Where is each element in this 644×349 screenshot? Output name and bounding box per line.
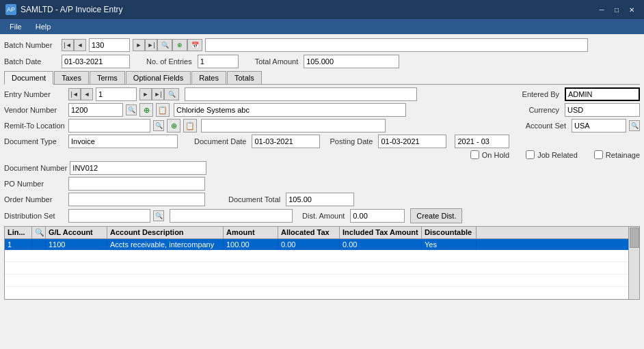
menu-help[interactable]: Help bbox=[29, 21, 58, 32]
batch-add-btn[interactable]: ⊕ bbox=[172, 39, 187, 51]
entry-prev-btn[interactable]: ◄ bbox=[81, 88, 93, 100]
app-title: SAMLTD - A/P Invoice Entry bbox=[21, 5, 123, 14]
col-description: Account Description bbox=[107, 227, 224, 238]
retainage-checkbox[interactable] bbox=[594, 150, 603, 159]
entry-number-label: Entry Number bbox=[4, 90, 66, 98]
vendor-name-input[interactable] bbox=[174, 103, 406, 117]
batch-date-input[interactable] bbox=[62, 55, 130, 68]
document-date-label: Document Date bbox=[194, 137, 246, 145]
vendor-number-input[interactable] bbox=[68, 103, 123, 117]
document-date-input[interactable] bbox=[252, 135, 320, 148]
account-set-search-icon[interactable]: 🔍 bbox=[629, 120, 640, 131]
on-hold-checkbox[interactable] bbox=[470, 150, 479, 159]
po-number-input[interactable] bbox=[68, 177, 205, 191]
batch-first-btn[interactable]: |◄ bbox=[62, 39, 74, 51]
document-type-input[interactable] bbox=[68, 135, 178, 148]
posting-date-input[interactable] bbox=[378, 135, 446, 148]
account-set-label: Account Set bbox=[525, 122, 566, 130]
remit-search-icon[interactable]: 🔍 bbox=[153, 120, 164, 131]
batch-date-row: Batch Date No. of Entries Total Amount bbox=[4, 55, 640, 68]
entry-search-btn[interactable]: 🔍 bbox=[164, 88, 179, 100]
tab-taxes[interactable]: Taxes bbox=[54, 71, 89, 84]
document-number-label: Document Number bbox=[4, 164, 67, 172]
entry-number-input[interactable] bbox=[96, 87, 137, 101]
dist-search-icon[interactable]: 🔍 bbox=[153, 210, 164, 221]
grid-header: Lin... 🔍 G/L Account Account Description… bbox=[5, 227, 628, 239]
table-row bbox=[5, 287, 628, 299]
tab-document[interactable]: Document bbox=[4, 71, 53, 85]
cell-icon bbox=[32, 239, 46, 250]
tab-terms[interactable]: Terms bbox=[90, 71, 125, 84]
tab-totals[interactable]: Totals bbox=[227, 71, 262, 84]
document-total-input[interactable] bbox=[286, 193, 354, 206]
vendor-edit-icon[interactable]: 📋 bbox=[156, 103, 170, 117]
table-row[interactable]: 1 1100 Accts receivable, intercompany 10… bbox=[5, 239, 628, 250]
vendor-search-icon[interactable]: 🔍 bbox=[126, 104, 137, 115]
dist-desc-input[interactable] bbox=[170, 209, 293, 223]
cell-description: Accts receivable, intercompany bbox=[107, 239, 224, 250]
cell-allocated-tax: 0.00 bbox=[278, 239, 340, 250]
po-number-label: PO Number bbox=[4, 180, 66, 188]
menu-bar: File Help bbox=[0, 19, 644, 34]
batch-number-label: Batch Number bbox=[4, 41, 59, 49]
entry-last-btn[interactable]: ►| bbox=[152, 88, 164, 100]
cell-amount: 100.00 bbox=[224, 239, 278, 250]
search-icon[interactable]: 🔍 bbox=[35, 228, 44, 236]
distribution-set-input[interactable] bbox=[68, 209, 150, 223]
no-of-entries-input[interactable] bbox=[198, 55, 239, 68]
cell-line: 1 bbox=[5, 239, 32, 250]
period-input[interactable] bbox=[455, 135, 509, 148]
currency-label: Currency bbox=[518, 106, 559, 114]
entered-by-label: Entered By bbox=[511, 90, 559, 98]
dist-amount-input[interactable] bbox=[350, 209, 405, 223]
order-number-label: Order Number bbox=[4, 195, 66, 204]
title-bar: AP SAMLTD - A/P Invoice Entry ─ □ ✕ bbox=[0, 0, 644, 19]
batch-desc-input[interactable] bbox=[205, 38, 588, 52]
scroll-thumb[interactable] bbox=[630, 227, 639, 248]
account-set-input[interactable] bbox=[572, 119, 626, 132]
maximize-button[interactable]: □ bbox=[610, 3, 623, 16]
col-discountable: Discountable bbox=[422, 227, 477, 238]
total-amount-input[interactable] bbox=[304, 55, 399, 68]
currency-input[interactable] bbox=[565, 103, 640, 117]
batch-next-btn[interactable]: ► bbox=[133, 39, 145, 51]
batch-nav: |◄ ◄ bbox=[62, 39, 86, 51]
entry-next-btn[interactable]: ► bbox=[139, 88, 152, 100]
entry-first-btn[interactable]: |◄ bbox=[68, 88, 81, 100]
table-row bbox=[5, 262, 628, 275]
remit-desc-input[interactable] bbox=[201, 119, 386, 132]
document-number-row: Document Number bbox=[4, 161, 640, 175]
vertical-scrollbar[interactable] bbox=[628, 227, 639, 299]
batch-search-btn[interactable]: 🔍 bbox=[157, 39, 172, 51]
batch-last-btn[interactable]: ►| bbox=[145, 39, 157, 51]
cell-included-tax: 0.00 bbox=[340, 239, 422, 250]
checkboxes-row: On Hold Job Related Retainage bbox=[4, 150, 640, 159]
batch-number-input[interactable] bbox=[89, 38, 130, 52]
minimize-button[interactable]: ─ bbox=[595, 3, 608, 16]
document-tabs: Document Taxes Terms Optional Fields Rat… bbox=[4, 71, 640, 85]
batch-calendar-btn[interactable]: 📅 bbox=[187, 39, 202, 51]
posting-date-label: Posting Date bbox=[330, 137, 373, 145]
tab-rates[interactable]: Rates bbox=[191, 71, 226, 84]
menu-file[interactable]: File bbox=[3, 21, 29, 32]
job-related-checkbox[interactable] bbox=[526, 150, 535, 159]
entry-desc-input[interactable] bbox=[185, 87, 417, 101]
close-button[interactable]: ✕ bbox=[625, 3, 639, 16]
document-number-input[interactable] bbox=[70, 161, 206, 175]
retainage-label: Retainage bbox=[606, 151, 640, 159]
remit-add-icon[interactable]: ⊕ bbox=[167, 119, 180, 132]
entered-by-input[interactable] bbox=[565, 87, 640, 101]
app-icon: AP bbox=[5, 4, 16, 15]
order-number-input[interactable] bbox=[68, 193, 205, 206]
vendor-add-icon[interactable]: ⊕ bbox=[139, 103, 153, 117]
create-dist-button[interactable]: Create Dist. bbox=[410, 208, 462, 223]
batch-date-label: Batch Date bbox=[4, 57, 59, 66]
batch-prev-btn[interactable]: ◄ bbox=[74, 39, 86, 51]
tab-optional-fields[interactable]: Optional Fields bbox=[126, 71, 191, 84]
distribution-set-label: Distribution Set bbox=[4, 212, 66, 220]
distribution-set-row: Distribution Set 🔍 Dist. Amount Create D… bbox=[4, 208, 640, 223]
remit-edit-icon[interactable]: 📋 bbox=[183, 119, 197, 132]
cell-account: 1100 bbox=[46, 239, 107, 250]
table-row bbox=[5, 250, 628, 262]
remit-to-input[interactable] bbox=[68, 119, 150, 132]
